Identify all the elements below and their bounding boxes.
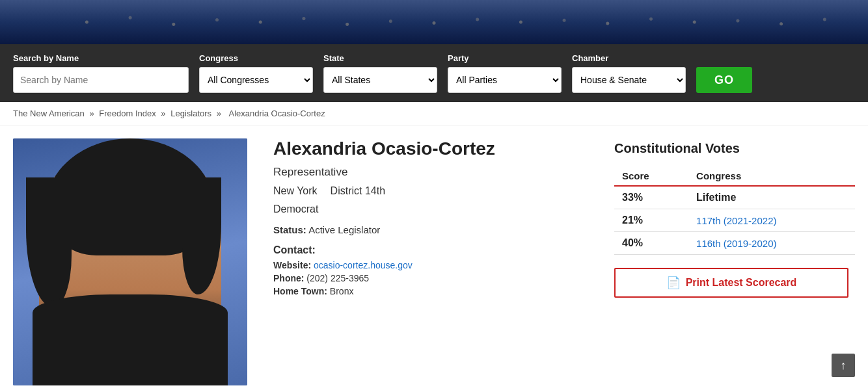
party-group: Party All Parties: [448, 53, 562, 93]
profile-website-label: Website:: [273, 260, 311, 270]
profile-contact-header: Contact:: [273, 244, 588, 256]
congress-116: 116th (2019-2020): [688, 232, 855, 255]
chamber-label: Chamber: [572, 53, 686, 63]
breadcrumb-sep-1: »: [89, 109, 96, 118]
state-group: State All States: [323, 53, 437, 93]
party-label: Party: [448, 53, 562, 63]
banner-image: [0, 0, 868, 44]
table-row: 21% 117th (2021-2022): [614, 209, 855, 232]
profile-party: Democrat: [273, 203, 588, 215]
profile-hometown: Home Town: Bronx: [273, 286, 588, 296]
search-name-input[interactable]: [13, 67, 189, 93]
breadcrumb-sep-2: »: [161, 109, 168, 118]
breadcrumb: The New American » Freedom Index » Legis…: [0, 102, 868, 125]
profile-photo: [13, 138, 247, 385]
congress-116-link[interactable]: 116th (2019-2020): [696, 238, 776, 249]
votes-congress-header: Congress: [688, 166, 855, 186]
state-select[interactable]: All States: [323, 67, 437, 93]
profile-website-link[interactable]: ocasio-cortez.house.gov: [314, 260, 413, 270]
votes-title: Constitutional Votes: [614, 141, 855, 156]
profile-title: Representative: [273, 166, 588, 179]
chamber-group: Chamber House & Senate: [572, 53, 686, 93]
votes-section: Constitutional Votes Score Congress 33% …: [614, 138, 855, 385]
pdf-icon: 📄: [666, 276, 681, 290]
profile-phone-value: (202) 225-3965: [306, 273, 369, 283]
breadcrumb-item-fi[interactable]: Freedom Index: [99, 109, 156, 118]
profile-state: New York: [273, 185, 318, 197]
profile-phone-label: Phone:: [273, 273, 304, 283]
breadcrumb-item-tna[interactable]: The New American: [13, 109, 85, 118]
votes-table: Score Congress 33% Lifetime 21% 117th (2…: [614, 166, 855, 255]
score-117: 21%: [614, 209, 688, 232]
profile-status-label: Status:: [273, 224, 306, 235]
state-label: State: [323, 53, 437, 63]
score-116: 40%: [614, 232, 688, 255]
congress-select[interactable]: All Congresses: [199, 67, 313, 93]
profile-hometown-label: Home Town:: [273, 286, 327, 296]
profile-district: District 14th: [331, 185, 385, 197]
votes-score-header: Score: [614, 166, 688, 186]
profile-status: Status: Active Legislator: [273, 224, 588, 235]
breadcrumb-sep-3: »: [217, 109, 224, 118]
main-content: Alexandria Ocasio-Cortez Representative …: [0, 125, 868, 390]
scroll-top-icon: ↑: [841, 359, 847, 372]
search-name-label: Search by Name: [13, 53, 189, 63]
congress-117-link[interactable]: 117th (2021-2022): [696, 215, 776, 226]
profile-location: New York District 14th: [273, 185, 588, 197]
search-name-group: Search by Name: [13, 53, 189, 93]
congress-group: Congress All Congresses: [199, 53, 313, 93]
profile-phone: Phone: (202) 225-3965: [273, 273, 588, 283]
breadcrumb-item-legislators[interactable]: Legislators: [170, 109, 211, 118]
profile-info: Alexandria Ocasio-Cortez Representative …: [273, 138, 588, 385]
party-select[interactable]: All Parties: [448, 67, 562, 93]
search-toolbar: Search by Name Congress All Congresses S…: [0, 44, 868, 102]
table-row: 33% Lifetime: [614, 186, 855, 209]
profile-website: Website: ocasio-cortez.house.gov: [273, 260, 588, 270]
profile-hometown-value: Bronx: [330, 286, 354, 296]
go-button[interactable]: GO: [696, 67, 752, 93]
breadcrumb-item-current: Alexandria Ocasio-Cortez: [229, 109, 325, 118]
print-btn-label: Print Latest Scorecard: [686, 277, 797, 289]
congress-lifetime: Lifetime: [688, 186, 855, 209]
scroll-top-button[interactable]: ↑: [832, 354, 855, 377]
chamber-select[interactable]: House & Senate: [572, 67, 686, 93]
score-lifetime: 33%: [614, 186, 688, 209]
print-scorecard-button[interactable]: 📄 Print Latest Scorecard: [614, 268, 848, 298]
congress-label: Congress: [199, 53, 313, 63]
table-row: 40% 116th (2019-2020): [614, 232, 855, 255]
profile-name: Alexandria Ocasio-Cortez: [273, 138, 588, 159]
profile-status-value: Active Legislator: [308, 224, 380, 235]
congress-117: 117th (2021-2022): [688, 209, 855, 232]
